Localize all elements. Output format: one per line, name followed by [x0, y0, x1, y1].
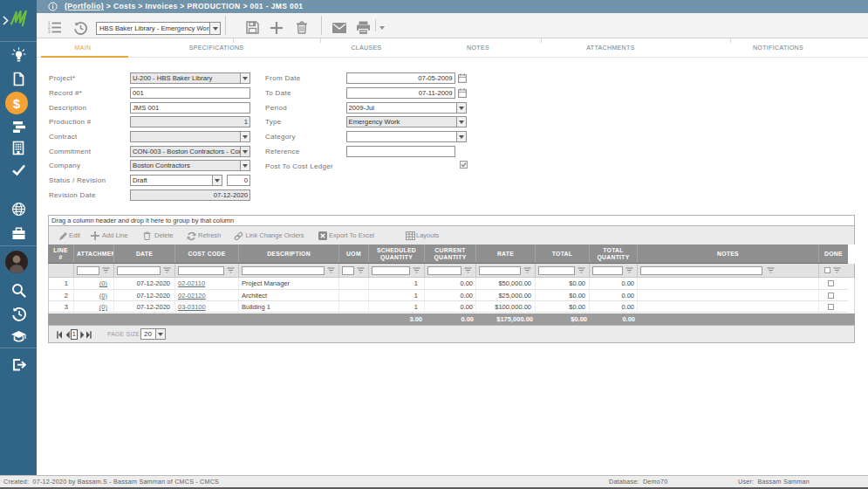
svg-text:3: 3: [48, 30, 51, 34]
